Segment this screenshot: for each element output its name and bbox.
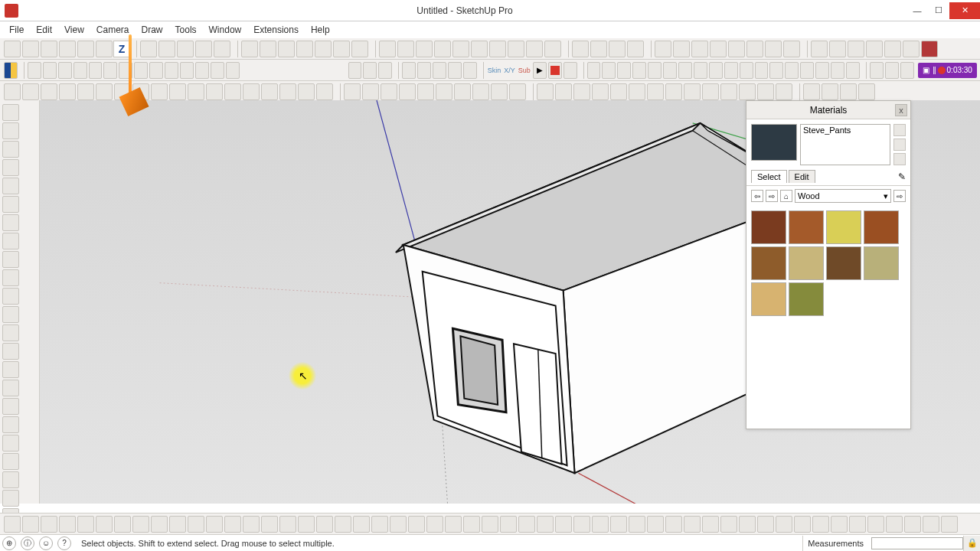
tb2a-button-7[interactable]	[134, 62, 148, 79]
tb2d-button-2[interactable]	[617, 62, 631, 79]
tb1d-button-9[interactable]	[544, 41, 561, 57]
left-tool-14[interactable]	[2, 361, 19, 378]
lock-icon[interactable]: 🔒	[963, 536, 980, 551]
minimize-button[interactable]: —	[906, 2, 928, 19]
btb-d-button-6[interactable]	[702, 516, 719, 533]
tb2d-button-17[interactable]	[846, 62, 860, 79]
tb2a-button-8[interactable]	[149, 62, 163, 79]
help-icon[interactable]: ?	[57, 536, 71, 550]
tb1d-button-6[interactable]	[489, 41, 506, 57]
tb1a-button-5[interactable]	[96, 41, 113, 57]
btb-a-button-9[interactable]	[169, 516, 186, 533]
tb2a-button-3[interactable]	[74, 62, 87, 79]
btb-b-button-3[interactable]	[371, 516, 388, 533]
tb3b-button-7[interactable]	[472, 83, 489, 100]
tb1a-button-1[interactable]	[22, 41, 39, 57]
tb3c-button-5[interactable]	[629, 83, 645, 100]
tb2e-button-0[interactable]	[870, 62, 884, 79]
tb1g-button-0[interactable]	[811, 41, 828, 57]
nav-back-button[interactable]: ⇦	[751, 190, 763, 202]
btb-c-button-2[interactable]	[500, 516, 517, 533]
tb3d-button-1[interactable]	[822, 83, 838, 100]
tb2rc-button-0[interactable]	[564, 62, 577, 79]
tb1g-button-5[interactable]	[903, 41, 920, 57]
swatch-0[interactable]	[751, 210, 786, 244]
tb1c-button-1[interactable]	[260, 41, 276, 57]
tb3a-button-15[interactable]	[279, 83, 296, 100]
materials-close-button[interactable]: x	[895, 104, 907, 116]
left-tool-15[interactable]	[2, 380, 19, 396]
tb2a-button-12[interactable]	[211, 62, 224, 79]
user-icon[interactable]: ☺	[39, 536, 53, 550]
left-tool-9[interactable]	[2, 269, 19, 286]
btb-b-button-4[interactable]	[390, 516, 407, 533]
geo-icon[interactable]: ⊕	[2, 536, 16, 550]
btb-c-button-1[interactable]	[482, 516, 498, 533]
create-material-icon[interactable]	[893, 124, 906, 136]
left-tool-17[interactable]	[2, 416, 19, 433]
tb2e-button-1[interactable]	[885, 62, 899, 79]
tb1f-button-2[interactable]	[691, 41, 708, 57]
tb3a-button-2[interactable]	[41, 83, 57, 100]
tb2d-button-16[interactable]	[831, 62, 844, 79]
menu-extensions[interactable]: Extensions	[247, 23, 305, 37]
credits-icon[interactable]: ⓘ	[21, 536, 34, 550]
left-tool-7[interactable]	[2, 233, 19, 249]
tb3d-button-0[interactable]	[803, 83, 820, 100]
paint-material-icon[interactable]	[893, 139, 906, 151]
left-tool-16[interactable]	[2, 398, 19, 415]
btb-e-button-0[interactable]	[739, 516, 756, 533]
tb2d-button-1[interactable]	[602, 62, 616, 79]
btb-a-button-15[interactable]	[279, 516, 296, 533]
btb-f-button-4[interactable]	[923, 516, 939, 533]
swatch-3[interactable]	[864, 210, 899, 244]
tb2d-button-7[interactable]	[694, 62, 707, 79]
details-button[interactable]: ⇨	[893, 190, 906, 202]
left-tool-8[interactable]	[2, 251, 19, 268]
tb2a-button-2[interactable]	[58, 62, 72, 79]
tb2d-button-8[interactable]	[709, 62, 723, 79]
tb1e-button-1[interactable]	[590, 41, 607, 57]
btb-c-button-6[interactable]	[573, 516, 590, 533]
tb1c-button-4[interactable]	[315, 41, 332, 57]
tb3a-button-0[interactable]	[4, 83, 21, 100]
btb-b-button-0[interactable]	[316, 516, 333, 533]
tb1d-button-1[interactable]	[397, 41, 414, 57]
tb1g-button-1[interactable]	[829, 41, 846, 57]
tb3a-button-14[interactable]	[261, 83, 278, 100]
tb1e-button-3[interactable]	[627, 41, 644, 57]
collection-select[interactable]: Wood ▾	[795, 189, 891, 203]
tb3b-button-9[interactable]	[509, 83, 526, 100]
btb-a-button-5[interactable]	[96, 516, 113, 533]
swatch-2[interactable]	[826, 210, 861, 244]
btb-e-button-3[interactable]	[794, 516, 811, 533]
left-tool-12[interactable]	[2, 324, 19, 341]
menu-file[interactable]: File	[3, 23, 30, 37]
mirror-button[interactable]	[4, 62, 18, 79]
tb3c-button-12[interactable]	[757, 83, 774, 100]
left-tool-4[interactable]	[2, 178, 19, 194]
nav-home-button[interactable]: ⌂	[780, 190, 792, 202]
tb1e-button-2[interactable]	[609, 41, 626, 57]
tb1g-button-3[interactable]	[866, 41, 883, 57]
btb-a-button-11[interactable]	[206, 516, 223, 533]
btb-a-button-13[interactable]	[243, 516, 260, 533]
tb3c-button-6[interactable]	[647, 83, 664, 100]
btb-d-button-5[interactable]	[684, 516, 701, 533]
tb1d-button-3[interactable]	[434, 41, 451, 57]
tb3a-button-10[interactable]	[188, 83, 204, 100]
eyedropper-icon[interactable]: ✎	[898, 171, 906, 182]
tb3a-button-8[interactable]	[151, 83, 168, 100]
tb3c-button-13[interactable]	[776, 83, 792, 100]
tb2a-button-11[interactable]	[195, 62, 209, 79]
stop-button[interactable]	[921, 41, 938, 57]
tb1g-button-4[interactable]	[884, 41, 901, 57]
tb1a-button-2[interactable]	[41, 41, 57, 57]
btb-e-button-4[interactable]	[812, 516, 829, 533]
material-name-input[interactable]: Steve_Pants	[800, 124, 890, 165]
left-tool-5[interactable]	[2, 196, 19, 213]
tb1d-button-0[interactable]	[379, 41, 396, 57]
swatch-5[interactable]	[789, 246, 824, 280]
btb-a-button-3[interactable]	[59, 516, 76, 533]
tb1f-button-4[interactable]	[728, 41, 745, 57]
